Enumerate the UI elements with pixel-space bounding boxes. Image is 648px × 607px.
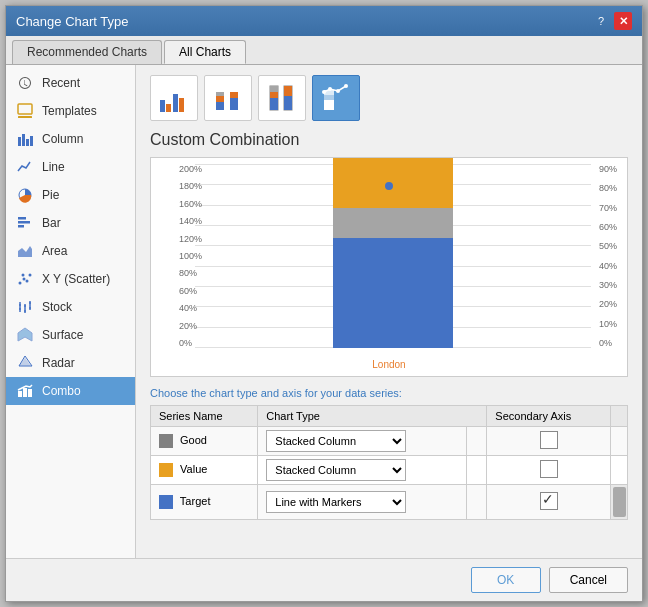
sidebar-item-recent[interactable]: Recent: [6, 69, 135, 97]
chart-type-select-target[interactable]: Line with Markers Stacked Column Cluster…: [266, 491, 406, 513]
chart-bars-area: [195, 164, 591, 348]
col-header-secondary: Secondary Axis: [487, 406, 611, 427]
svg-point-51: [328, 87, 332, 91]
svg-rect-48: [324, 95, 334, 100]
chart-type-select-value[interactable]: Stacked Column Clustered Column Line Lin…: [266, 459, 406, 481]
content-area: Recent Templates Column Line: [6, 65, 642, 558]
svg-point-52: [336, 89, 340, 93]
dropdown-arrow-target: [467, 485, 487, 520]
x-label: London: [157, 359, 621, 370]
svg-rect-42: [270, 92, 278, 98]
chart-type-100pct[interactable]: [258, 75, 306, 121]
sidebar-item-line[interactable]: Line: [6, 153, 135, 181]
tab-all-charts[interactable]: All Charts: [164, 40, 246, 64]
chart-type-select-good[interactable]: Stacked Column Clustered Column Line Lin…: [266, 430, 406, 452]
svg-rect-47: [324, 100, 334, 110]
svg-rect-36: [216, 96, 224, 102]
secondary-axis-cell-good: [487, 427, 611, 456]
svg-rect-45: [284, 96, 292, 110]
svg-rect-0: [18, 104, 32, 114]
table-row: Value Stacked Column Clustered Column Li…: [151, 456, 628, 485]
checkbox-value[interactable]: [540, 460, 558, 478]
chart-type-icons: [150, 75, 628, 121]
svg-rect-28: [18, 391, 22, 397]
sidebar-label-stock: Stock: [42, 300, 72, 314]
sidebar-item-stock[interactable]: Stock: [6, 293, 135, 321]
series-color-target: [159, 495, 173, 509]
title-bar: Change Chart Type ? ✕: [6, 6, 642, 36]
checkbox-target[interactable]: [540, 492, 558, 510]
secondary-axis-cell-value: [487, 456, 611, 485]
chart-type-custom[interactable]: [312, 75, 360, 121]
secondary-axis-cell-target: [487, 485, 611, 520]
checkbox-good[interactable]: [540, 431, 558, 449]
series-instruction: Choose the chart type and axis for your …: [150, 387, 628, 399]
sidebar-label-pie: Pie: [42, 188, 59, 202]
svg-point-53: [344, 84, 348, 88]
series-name-value: Value: [151, 456, 258, 485]
svg-rect-3: [22, 134, 25, 146]
svg-marker-25: [18, 328, 32, 341]
svg-rect-29: [23, 388, 27, 397]
stock-icon: [16, 298, 34, 316]
svg-rect-43: [270, 86, 278, 92]
scrollbar-cell: [611, 456, 628, 485]
svg-point-12: [23, 278, 26, 281]
svg-rect-30: [28, 389, 32, 397]
sidebar-label-area: Area: [42, 244, 67, 258]
data-table-scroll: Series Name Chart Type Secondary Axis Go…: [150, 405, 628, 520]
sidebar-label-radar: Radar: [42, 356, 75, 370]
svg-rect-7: [18, 217, 26, 220]
sidebar-label-recent: Recent: [42, 76, 80, 90]
sidebar: Recent Templates Column Line: [6, 65, 136, 558]
chart-type-cell-value: Stacked Column Clustered Column Line Lin…: [258, 456, 467, 485]
sidebar-item-pie[interactable]: Pie: [6, 181, 135, 209]
sidebar-label-line: Line: [42, 160, 65, 174]
svg-rect-34: [179, 98, 184, 112]
close-button[interactable]: ✕: [614, 12, 632, 30]
sidebar-item-combo[interactable]: Combo: [6, 377, 135, 405]
chart-type-clustered[interactable]: [150, 75, 198, 121]
ok-button[interactable]: OK: [471, 567, 541, 593]
svg-marker-10: [18, 246, 32, 257]
sidebar-label-column: Column: [42, 132, 83, 146]
chart-preview: 0% 20% 40% 60% 80% 100% 120% 140% 160% 1…: [150, 157, 628, 377]
sidebar-item-bar[interactable]: Bar: [6, 209, 135, 237]
column-icon: [16, 130, 34, 148]
chart-type-stacked[interactable]: [204, 75, 252, 121]
sidebar-label-templates: Templates: [42, 104, 97, 118]
cancel-button[interactable]: Cancel: [549, 567, 628, 593]
dropdown-arrow-value: [467, 456, 487, 485]
sidebar-item-surface[interactable]: Surface: [6, 321, 135, 349]
sidebar-item-scatter[interactable]: X Y (Scatter): [6, 265, 135, 293]
scrollbar-thumb[interactable]: [613, 487, 626, 517]
sidebar-item-templates[interactable]: Templates: [6, 97, 135, 125]
combo-icon: [16, 382, 34, 400]
series-name-label-value: Value: [180, 463, 207, 475]
svg-rect-46: [284, 86, 292, 96]
series-color-value: [159, 463, 173, 477]
sidebar-label-combo: Combo: [42, 384, 81, 398]
area-icon: [16, 242, 34, 260]
svg-rect-5: [30, 136, 33, 146]
chart-type-cell-target: Line with Markers Stacked Column Cluster…: [258, 485, 467, 520]
tab-recommended[interactable]: Recommended Charts: [12, 40, 162, 64]
svg-rect-37: [216, 92, 224, 96]
svg-rect-33: [173, 94, 178, 112]
svg-point-13: [26, 280, 29, 283]
sidebar-item-radar[interactable]: Radar: [6, 349, 135, 377]
svg-rect-2: [18, 137, 21, 146]
svg-point-14: [29, 274, 32, 277]
sidebar-label-scatter: X Y (Scatter): [42, 272, 110, 286]
svg-rect-38: [230, 98, 238, 110]
svg-point-11: [19, 282, 22, 285]
chart-type-cell-good: Stacked Column Clustered Column Line Lin…: [258, 427, 467, 456]
radar-icon: [16, 354, 34, 372]
templates-icon: [16, 102, 34, 120]
main-area: Custom Combination: [136, 65, 642, 558]
help-button[interactable]: ?: [592, 12, 610, 30]
bar-stack: [333, 158, 453, 348]
sidebar-item-area[interactable]: Area: [6, 237, 135, 265]
table-row: Good Stacked Column Clustered Column Lin…: [151, 427, 628, 456]
sidebar-item-column[interactable]: Column: [6, 125, 135, 153]
